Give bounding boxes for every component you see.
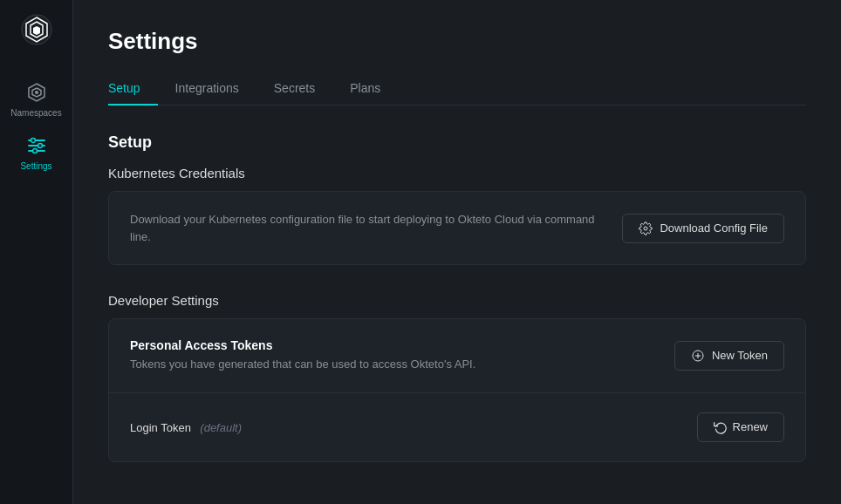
gear-icon [639, 221, 653, 235]
new-token-button[interactable]: New Token [674, 341, 784, 371]
sidebar: Namespaces Settings [0, 0, 73, 504]
tab-integrations[interactable]: Integrations [158, 72, 256, 106]
svg-point-10 [31, 139, 35, 143]
page-title: Settings [108, 28, 806, 55]
plus-circle-icon [691, 349, 705, 363]
developer-settings-title: Developer Settings [108, 293, 806, 308]
kubernetes-credentials-title: Kubernetes Credentials [108, 166, 806, 180]
tabs-container: Setup Integrations Secrets Plans [108, 72, 806, 106]
svg-marker-3 [33, 26, 40, 35]
developer-settings-card: Personal Access Tokens Tokens you have g… [108, 318, 806, 462]
tab-setup[interactable]: Setup [108, 72, 158, 106]
login-token-row: Login Token (default) Renew [109, 392, 805, 461]
personal-access-tokens-text: Personal Access Tokens Tokens you have g… [130, 338, 653, 373]
download-config-label: Download Config File [660, 221, 768, 235]
svg-point-12 [32, 149, 37, 153]
sidebar-item-namespaces[interactable]: Namespaces [0, 73, 72, 126]
sidebar-item-namespaces-label: Namespaces [10, 108, 61, 118]
personal-access-tokens-desc: Tokens you have generated that can be us… [130, 356, 653, 373]
login-token-text: Login Token (default) [130, 419, 242, 435]
personal-access-tokens-title: Personal Access Tokens [130, 338, 653, 352]
logo [21, 14, 52, 49]
namespaces-icon [26, 82, 47, 103]
sidebar-item-settings-label: Settings [20, 161, 51, 171]
renew-icon [714, 420, 728, 434]
personal-access-tokens-row: Personal Access Tokens Tokens you have g… [109, 319, 805, 392]
kubernetes-credentials-desc: Download your Kubernetes configuration f… [130, 211, 601, 245]
kubernetes-credentials-card: Download your Kubernetes configuration f… [108, 191, 806, 265]
renew-label: Renew [733, 420, 768, 433]
download-config-button[interactable]: Download Config File [622, 214, 784, 243]
sidebar-item-settings[interactable]: Settings [0, 126, 72, 180]
tab-plans[interactable]: Plans [332, 72, 398, 106]
svg-point-11 [38, 144, 42, 148]
main-content: Settings Setup Integrations Secrets Plan… [73, 0, 841, 504]
setup-title: Setup [108, 133, 806, 152]
svg-point-13 [644, 227, 647, 230]
renew-button[interactable]: Renew [697, 412, 784, 442]
login-token-default: (default) [200, 421, 242, 434]
settings-icon [26, 135, 47, 156]
login-token-name: Login Token [130, 421, 191, 434]
tab-secrets[interactable]: Secrets [256, 72, 332, 106]
kubernetes-credentials-text: Download your Kubernetes configuration f… [130, 211, 601, 245]
kubernetes-credentials-row: Download your Kubernetes configuration f… [109, 192, 805, 264]
svg-point-6 [35, 91, 38, 94]
new-token-label: New Token [712, 349, 768, 362]
